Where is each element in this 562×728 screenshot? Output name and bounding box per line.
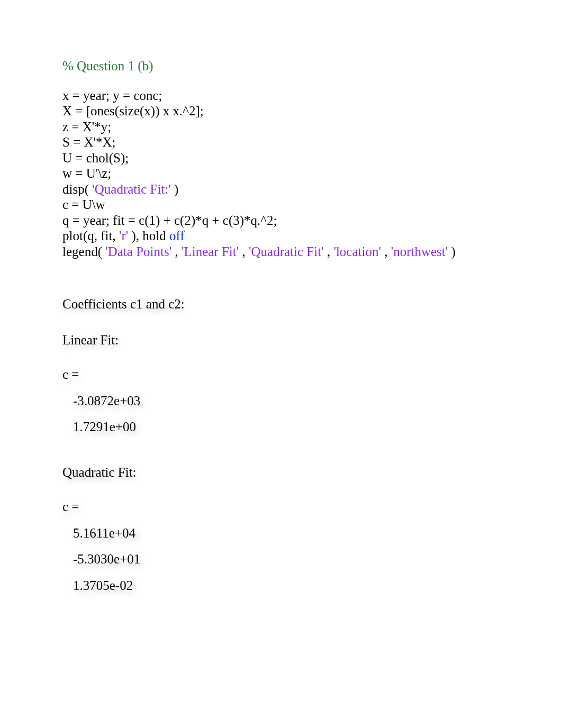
code-string: 'Linear Fit' (182, 244, 239, 259)
output-value: 1.3705e-02 (62, 578, 500, 594)
code-string: 'northwest' (391, 244, 448, 259)
code-line: legend( 'Data Points' , 'Linear Fit' , '… (62, 244, 500, 260)
output-block: Coefficients c1 and c2: Linear Fit: c = … (62, 296, 500, 593)
output-value: 5.1611e+04 (62, 525, 500, 541)
output-heading-linear: Linear Fit: (62, 332, 500, 348)
code-comment: % Question 1 (b) (62, 58, 500, 74)
code-block: % Question 1 (b) x = year; y = conc; X =… (62, 58, 500, 259)
code-line: z = X'*y; (62, 119, 500, 135)
code-text: ) (451, 244, 456, 259)
code-line: X = [ones(size(x)) x x.^2]; (62, 103, 500, 119)
code-line: x = year; y = conc; (62, 88, 500, 104)
code-line: c = U\w (62, 197, 500, 213)
code-text: ) (174, 182, 178, 196)
code-line: plot(q, fit, 'r' ), hold off (62, 228, 500, 244)
output-heading-quadratic: Quadratic Fit: (62, 465, 500, 480)
code-line: w = U'\z; (62, 166, 500, 181)
output-value: 1.7291e+00 (62, 419, 500, 435)
output-value: -5.3030e+01 (62, 551, 500, 567)
code-string: 'location' (333, 244, 381, 259)
code-text: plot(q, fit, (62, 229, 119, 243)
output-value: -3.0872e+03 (62, 393, 500, 409)
code-text: , (327, 244, 334, 259)
code-keyword: off (169, 229, 185, 243)
code-string: 'Data Points' (105, 244, 171, 259)
code-text: , (242, 244, 249, 259)
code-text: legend( (62, 244, 102, 259)
code-line: disp( 'Quadratic Fit:' ) (62, 181, 500, 197)
code-string: 'Quadratic Fit' (249, 244, 324, 259)
code-line: U = chol(S); (62, 150, 500, 166)
code-string: 'Quadratic Fit:' (92, 182, 171, 196)
code-text: , (384, 244, 391, 259)
code-line: q = year; fit = c(1) + c(2)*q + c(3)*q.^… (62, 213, 500, 229)
output-c-label: c = (62, 367, 500, 383)
code-string: 'r' (119, 229, 128, 243)
code-text: disp( (62, 182, 89, 196)
code-text: ), hold (132, 229, 170, 243)
code-text: , (175, 244, 182, 259)
document-page: % Question 1 (b) x = year; y = conc; X =… (0, 0, 562, 614)
output-c-label: c = (62, 499, 500, 515)
output-heading-coefficients: Coefficients c1 and c2: (62, 296, 500, 312)
code-line: S = X'*X; (62, 134, 500, 150)
